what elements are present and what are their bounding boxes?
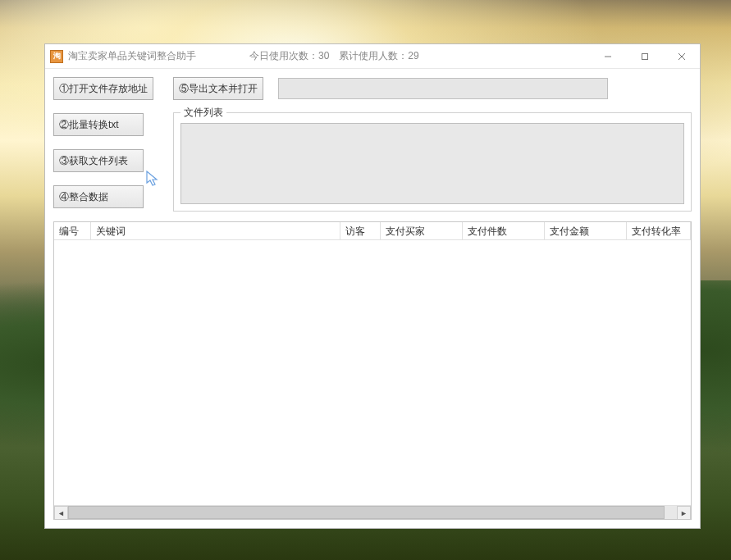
app-title: 淘宝卖家单品关键词整合助手 — [68, 49, 196, 63]
table-header: 编号关键词访客支付买家支付件数支付金额支付转化率 — [54, 222, 691, 240]
close-icon — [678, 52, 686, 61]
export-row: ⑤导出文本并打开 — [173, 77, 692, 100]
maximize-icon — [641, 52, 649, 61]
column-keyword[interactable]: 关键词 — [91, 222, 340, 239]
window-controls — [589, 44, 700, 68]
batch-convert-button[interactable]: ②批量转换txt — [53, 113, 144, 136]
column-rate[interactable]: 支付转化率 — [627, 222, 691, 239]
open-path-button[interactable]: ①打开文件存放地址 — [53, 77, 153, 100]
get-file-list-button[interactable]: ③获取文件列表 — [53, 149, 144, 172]
file-list-label: 文件列表 — [180, 106, 226, 120]
column-qty[interactable]: 支付件数 — [463, 222, 545, 239]
close-button[interactable] — [663, 44, 700, 68]
file-list-group: 文件列表 — [173, 112, 692, 212]
path-input[interactable] — [278, 78, 608, 99]
table-body[interactable] — [54, 240, 691, 505]
svg-rect-1 — [642, 53, 647, 59]
column-buyers[interactable]: 支付买家 — [381, 222, 463, 239]
right-section: ⑤导出文本并打开 文件列表 — [173, 77, 692, 212]
usage-total: 累计使用人数：29 — [339, 49, 418, 63]
column-amount[interactable]: 支付金额 — [545, 222, 627, 239]
content-area: ①打开文件存放地址 ②批量转换txt ③获取文件列表 ④整合数据 ⑤导出文本并打… — [45, 69, 700, 528]
left-button-column: ①打开文件存放地址 ②批量转换txt ③获取文件列表 ④整合数据 — [53, 77, 153, 212]
scroll-right-arrow[interactable]: ► — [677, 506, 691, 520]
app-window: 淘 淘宝卖家单品关键词整合助手 今日使用次数：30 累计使用人数：29 ①打开文… — [44, 43, 701, 529]
column-index[interactable]: 编号 — [54, 222, 91, 239]
file-list-box[interactable] — [180, 123, 684, 204]
column-visitors[interactable]: 访客 — [340, 222, 381, 239]
scroll-left-arrow[interactable]: ◄ — [54, 506, 68, 520]
merge-data-button[interactable]: ④整合数据 — [53, 185, 144, 208]
data-table: 编号关键词访客支付买家支付件数支付金额支付转化率 ◄ ► — [53, 221, 692, 520]
app-icon: 淘 — [50, 50, 63, 63]
titlebar[interactable]: 淘 淘宝卖家单品关键词整合助手 今日使用次数：30 累计使用人数：29 — [45, 44, 700, 69]
maximize-button[interactable] — [626, 44, 663, 68]
usage-today: 今日使用次数：30 — [249, 49, 329, 63]
scroll-thumb[interactable] — [68, 506, 665, 519]
minimize-button[interactable] — [589, 44, 626, 68]
minimize-icon — [604, 52, 612, 61]
scroll-track[interactable] — [68, 506, 677, 519]
top-section: ①打开文件存放地址 ②批量转换txt ③获取文件列表 ④整合数据 ⑤导出文本并打… — [53, 77, 692, 212]
export-open-button[interactable]: ⑤导出文本并打开 — [173, 77, 263, 100]
horizontal-scrollbar[interactable]: ◄ ► — [54, 505, 691, 519]
